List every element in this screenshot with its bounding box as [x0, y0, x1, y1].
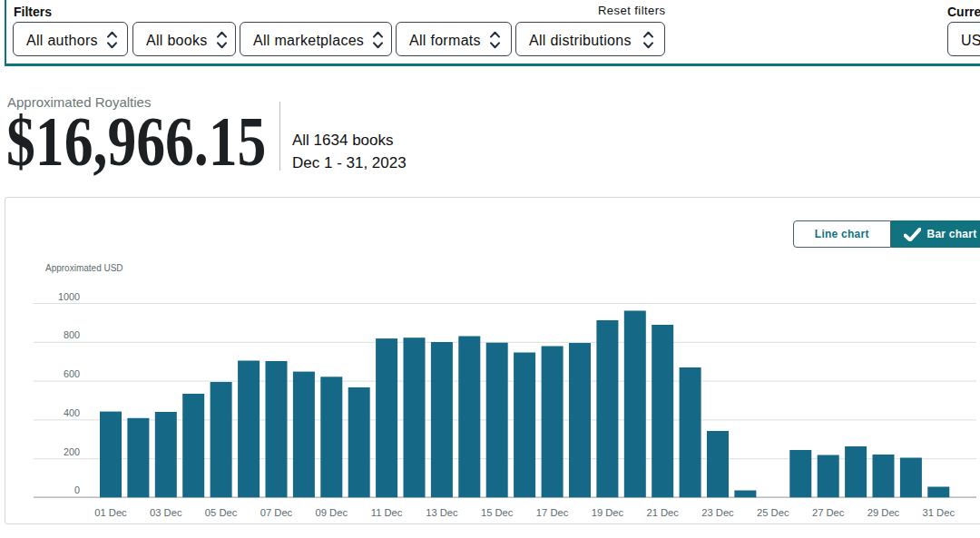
svg-text:15 Dec: 15 Dec [481, 507, 514, 518]
svg-text:29 Dec: 29 Dec [867, 507, 900, 518]
svg-text:200: 200 [64, 446, 80, 457]
svg-text:800: 800 [64, 329, 80, 340]
svg-text:17 Dec: 17 Dec [536, 507, 569, 518]
svg-text:01 Dec: 01 Dec [94, 507, 127, 518]
svg-text:25 Dec: 25 Dec [757, 507, 789, 518]
svg-text:0: 0 [74, 484, 80, 495]
svg-text:07 Dec: 07 Dec [260, 507, 293, 518]
svg-text:400: 400 [64, 407, 80, 418]
svg-text:09 Dec: 09 Dec [316, 507, 348, 518]
svg-text:27 Dec: 27 Dec [812, 507, 845, 518]
svg-text:1000: 1000 [58, 291, 80, 302]
svg-text:19 Dec: 19 Dec [592, 507, 624, 518]
svg-text:13 Dec: 13 Dec [426, 507, 458, 518]
svg-text:11 Dec: 11 Dec [371, 507, 403, 518]
svg-text:23 Dec: 23 Dec [701, 507, 734, 518]
svg-text:05 Dec: 05 Dec [205, 507, 238, 518]
svg-text:600: 600 [64, 368, 80, 379]
svg-text:31 Dec: 31 Dec [923, 507, 956, 518]
svg-text:21 Dec: 21 Dec [646, 507, 679, 518]
svg-text:03 Dec: 03 Dec [150, 507, 182, 518]
